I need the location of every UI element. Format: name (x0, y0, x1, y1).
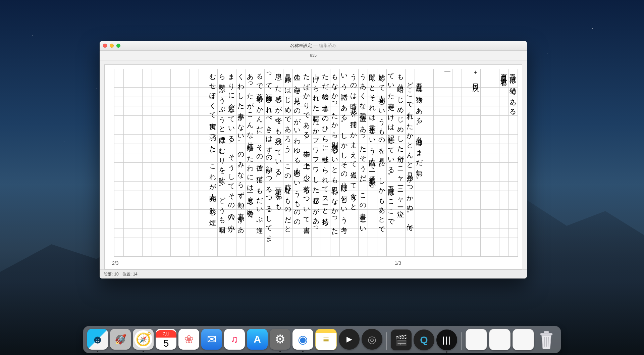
editor-window: 名称未設定 — 編集済み 835 吾輩は猫である夏目漱石+目次一 吾輩は猫である… (100, 41, 527, 278)
document-scroll-area[interactable]: 吾輩は猫である夏目漱石+目次一 吾輩は猫である。名前はまだ無い。 どこで生れたか… (100, 60, 527, 269)
genkou-column[interactable] (114, 69, 123, 257)
genkou-column[interactable]: むせぽくて実に弱った。これが人間の飲む煙 (208, 69, 217, 257)
genkou-column[interactable]: 吾輩は猫である (508, 69, 518, 257)
dock-calendar[interactable]: 7月5 (156, 329, 176, 350)
document-edited-suffix: — 編集済み (313, 43, 336, 48)
dock-finder[interactable] (87, 329, 108, 350)
dock-separator (461, 332, 462, 350)
status-bar: 段落: 10 位置: 14 (100, 269, 527, 278)
dock-tray: 7月5 (83, 326, 561, 353)
genkou-column[interactable] (123, 69, 133, 257)
status-paragraph-value: 10 (114, 272, 118, 276)
calendar-day: 5 (163, 338, 169, 348)
dock-photos[interactable] (178, 329, 199, 350)
genkou-column[interactable]: 吾輩は猫である。名前はまだ無い。 (415, 69, 424, 257)
genkou-column[interactable]: 生の顔を見たのがいわゆる人間というものの (292, 69, 302, 257)
dock-separator (386, 332, 387, 350)
dock-music[interactable] (224, 329, 245, 350)
status-position-value: 14 (133, 272, 137, 276)
genkou-column[interactable]: くわした事がない。のみならず顔の真中があ (236, 69, 246, 257)
genkou-column[interactable]: +目次 (471, 69, 480, 257)
genkou-grid[interactable]: 吾輩は猫である夏目漱石+目次一 吾輩は猫である。名前はまだ無い。 どこで生れたか… (109, 69, 518, 257)
genkou-column[interactable] (480, 69, 490, 257)
dock-trash[interactable] (536, 329, 557, 350)
dock-safari[interactable] (133, 329, 154, 350)
genkou-column[interactable] (199, 69, 208, 257)
genkou-column[interactable]: うあくな種族であったそうだ。この書生とい (358, 69, 368, 257)
genkou-column[interactable] (452, 69, 462, 257)
dock-fcp[interactable] (391, 329, 412, 350)
genkou-column[interactable]: 思った感じが今でも残っている。第一毛をも (274, 69, 283, 257)
ruler-bar[interactable]: 835 (100, 51, 527, 60)
close-button[interactable] (103, 44, 107, 48)
dock-prefs[interactable] (270, 329, 290, 350)
genkou-paper: 吾輩は猫である夏目漱石+目次一 吾輩は猫である。名前はまだ無い。 どこで生れたか… (104, 64, 522, 269)
window-titlebar[interactable]: 名称未設定 — 編集済み (100, 41, 527, 51)
genkou-column[interactable] (161, 69, 170, 257)
dock-qt[interactable] (414, 329, 434, 350)
dock-appstore[interactable] (247, 329, 268, 350)
status-position-label: 位置: (122, 271, 131, 277)
minimize-button[interactable] (110, 44, 114, 48)
genkou-column[interactable] (189, 69, 199, 257)
genkou-column[interactable]: たばかりである。掌の上で少し落ちついて書 (302, 69, 311, 257)
genkou-column[interactable] (142, 69, 152, 257)
dock-min2[interactable] (489, 329, 511, 350)
page-indicator-right: 1/3 (395, 260, 401, 266)
dock-media2[interactable] (362, 329, 382, 350)
dock-min3[interactable] (513, 329, 534, 350)
genkou-column[interactable]: って装飾されべきはずの顔がつるつるしてま (264, 69, 274, 257)
genkou-column[interactable]: 上げられた時何だかフワフワした感じがあっ (311, 69, 321, 257)
genkou-column[interactable]: もなかったから別段恐しいとも思わなかった。 (330, 69, 339, 257)
trash-icon (538, 331, 554, 349)
genkou-column[interactable]: 見始みはじめであろう。この時妙なものだと (283, 69, 292, 257)
dock-mail[interactable] (201, 329, 222, 350)
genkou-column[interactable]: 聞くとそれは書生という人間中で一番獰悪ど (368, 69, 377, 257)
svg-rect-1 (544, 331, 549, 333)
genkou-column[interactable]: 一 (443, 69, 452, 257)
genkou-column[interactable] (152, 69, 161, 257)
genkou-column[interactable]: いう話である。しかしその当時は何という考 (339, 69, 349, 257)
genkou-column[interactable] (424, 69, 433, 257)
dock-stripes[interactable] (436, 329, 457, 350)
dock-media1[interactable] (339, 329, 360, 350)
dock-notes[interactable] (315, 329, 337, 350)
dock: 7月5 (83, 326, 561, 353)
ruler-value: 835 (310, 53, 317, 58)
dock-min1[interactable] (466, 329, 487, 350)
window-title: 名称未設定 — 編集済み (100, 43, 527, 49)
genkou-column[interactable]: 始めて人間というものを見た。しかもあとで (377, 69, 386, 257)
genkou-column[interactable]: どこで生れたかとんと見当がつかぬ。何で (405, 69, 415, 257)
genkou-column[interactable] (462, 69, 471, 257)
status-paragraph-label: 段落: (104, 271, 113, 277)
zoom-button[interactable] (116, 44, 120, 48)
genkou-column[interactable]: るで薬缶やかんだ。その後ご猫にもだいぶ逢 (255, 69, 264, 257)
dock-chrome[interactable] (292, 329, 313, 350)
dock-launchpad[interactable] (110, 329, 131, 350)
calendar-month: 7月 (156, 330, 176, 338)
svg-line-2 (544, 337, 545, 347)
genkou-column[interactable] (180, 69, 189, 257)
page-indicator-left: 2/3 (112, 260, 118, 266)
genkou-column[interactable]: ら時々ぷうぷうと煙けむりを吹く。どうも咽 (217, 69, 227, 257)
window-controls (100, 44, 120, 48)
genkou-column[interactable]: 夏目漱石 (499, 69, 508, 257)
svg-rect-0 (540, 333, 552, 335)
genkou-column[interactable] (433, 69, 443, 257)
genkou-column[interactable]: うのは時々我々を捕つかまえて煮にて食うと (349, 69, 358, 257)
genkou-column[interactable] (133, 69, 142, 257)
genkou-column[interactable]: ていた事だけは記憶している。吾輩はここで (386, 69, 396, 257)
genkou-column[interactable]: あったがこんな片輪かたわには一度も出会で (246, 69, 255, 257)
genkou-column[interactable]: も薄暗いじめじめした所でニャーニャー泣い (396, 69, 405, 257)
genkou-column[interactable]: ただ彼の掌てのひらに載せられてスーと持ち (321, 69, 330, 257)
svg-line-4 (548, 337, 548, 347)
document-title: 名称未設定 (290, 43, 312, 48)
genkou-column[interactable]: まりに突起している。そうしてその穴の中か (227, 69, 236, 257)
genkou-column[interactable] (170, 69, 180, 257)
genkou-column[interactable] (490, 69, 499, 257)
